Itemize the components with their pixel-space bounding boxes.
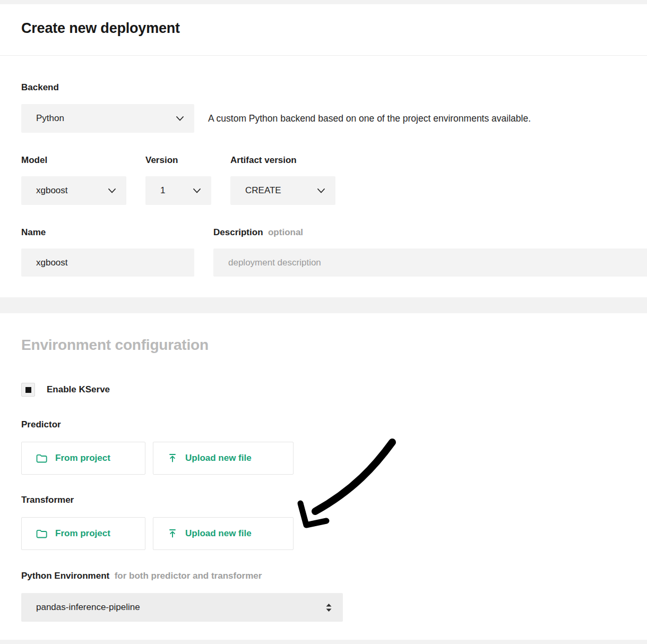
section-title: Environment configuration <box>21 337 209 354</box>
optional-tag: optional <box>268 227 303 237</box>
upload-icon <box>168 529 177 538</box>
transformer-upload-new-file-button[interactable]: Upload new file <box>153 517 294 550</box>
enable-kserve-row: Enable KServe <box>21 383 110 397</box>
create-deployment-card: Create new deployment Backend Python A c… <box>0 4 647 297</box>
name-input[interactable] <box>21 248 194 277</box>
python-environment-select-value: pandas-inference-pipeline <box>36 602 140 613</box>
predictor-upload-new-file-button[interactable]: Upload new file <box>153 442 294 475</box>
backend-description: A custom Python backend based on one of … <box>208 104 531 133</box>
version-select-value: 1 <box>160 185 165 196</box>
python-environment-select[interactable]: pandas-inference-pipeline <box>21 593 343 622</box>
model-select-value: xgboost <box>36 185 68 196</box>
description-label: Description optional <box>213 227 303 238</box>
enable-kserve-checkbox[interactable] <box>21 383 35 397</box>
environment-configuration-card: Environment configuration Enable KServe … <box>0 313 647 640</box>
description-input[interactable] <box>213 248 647 277</box>
enable-kserve-label: Enable KServe <box>47 384 110 395</box>
python-environment-hint: for both predictor and transformer <box>115 571 262 581</box>
model-label: Model <box>21 155 47 166</box>
chevron-down-icon <box>317 188 325 193</box>
transformer-from-project-button[interactable]: From project <box>21 517 145 550</box>
chevron-down-icon <box>193 188 201 193</box>
python-environment-label: Python Environment for both predictor an… <box>21 571 262 581</box>
version-label: Version <box>145 155 178 166</box>
backend-label: Backend <box>21 82 59 93</box>
transformer-label: Transformer <box>21 495 74 505</box>
up-down-arrows-icon <box>325 603 332 612</box>
predictor-from-project-button[interactable]: From project <box>21 442 145 475</box>
folder-icon <box>36 529 47 538</box>
folder-icon <box>36 454 47 463</box>
button-label: From project <box>55 528 110 539</box>
predictor-label: Predictor <box>21 419 61 430</box>
button-label: Upload new file <box>185 528 252 539</box>
button-label: Upload new file <box>185 453 252 463</box>
artifact-version-select-value: CREATE <box>245 185 281 196</box>
backend-select-value: Python <box>36 113 64 124</box>
page-title: Create new deployment <box>21 20 180 37</box>
upload-icon <box>168 453 177 463</box>
button-label: From project <box>55 453 110 463</box>
artifact-version-label: Artifact version <box>230 155 297 166</box>
chevron-down-icon <box>108 188 116 193</box>
card-header: Create new deployment <box>0 4 647 56</box>
model-select[interactable]: xgboost <box>21 176 126 205</box>
version-select[interactable]: 1 <box>145 176 211 205</box>
checkbox-checked-mark <box>25 387 31 393</box>
backend-select[interactable]: Python <box>21 104 194 133</box>
chevron-down-icon <box>176 116 184 121</box>
name-label: Name <box>21 227 46 238</box>
artifact-version-select[interactable]: CREATE <box>230 176 335 205</box>
